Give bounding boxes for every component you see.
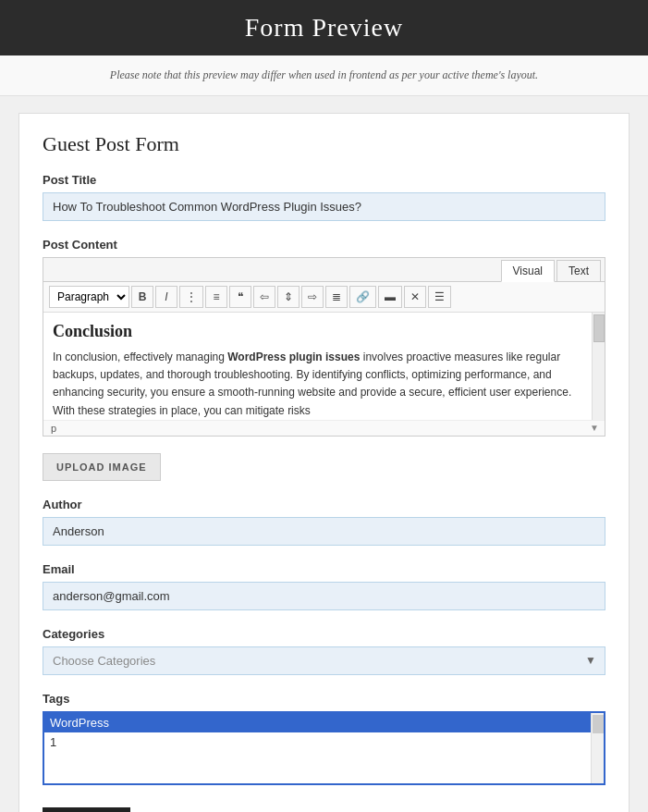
fullscreen-button[interactable]: ✕ (404, 286, 426, 308)
post-title-group: Post Title (43, 173, 605, 221)
tags-group: Tags WordPress 1 (43, 692, 605, 785)
align-justify-button[interactable]: ≣ (325, 286, 348, 308)
author-label: Author (43, 498, 605, 511)
tags-second-item: 1 (44, 732, 604, 752)
more-button[interactable]: ▬ (378, 286, 402, 308)
categories-select[interactable]: Choose Categories (43, 646, 605, 675)
editor-heading: Conclusion (53, 322, 595, 341)
kitchen-sink-button[interactable]: ☰ (428, 286, 451, 308)
categories-group: Categories Choose Categories ▼ (43, 627, 605, 675)
blockquote-button[interactable]: ❝ (229, 286, 251, 308)
tags-area[interactable]: WordPress 1 (43, 711, 605, 785)
editor-content: Conclusion In conclusion, effectively ma… (53, 322, 595, 420)
tab-visual[interactable]: Visual (501, 260, 555, 282)
author-group: Author (43, 498, 605, 546)
ordered-list-button[interactable]: ≡ (205, 286, 227, 308)
categories-wrapper: Choose Categories ▼ (43, 646, 605, 675)
page-title: Form Preview (245, 13, 403, 42)
page-header: Form Preview (0, 0, 648, 55)
post-title-input[interactable] (43, 192, 605, 221)
editor-footer-tag: p (51, 423, 56, 434)
tags-scrollbar-thumb (593, 715, 604, 733)
editor-tabs: Visual Text (43, 258, 605, 282)
editor-paragraph: In conclusion, effectively managing Word… (53, 349, 595, 420)
link-button[interactable]: 🔗 (349, 286, 376, 308)
post-content-group: Post Content Visual Text Paragraph B I ⋮… (43, 238, 605, 437)
bold-button[interactable]: B (131, 286, 153, 308)
notice-bar: Please note that this preview may differ… (0, 55, 648, 96)
editor-body[interactable]: Conclusion In conclusion, effectively ma… (43, 313, 605, 420)
tags-label: Tags (43, 692, 605, 706)
submit-button[interactable]: Submit (43, 807, 130, 812)
scroll-arrows: ▼ (590, 423, 599, 433)
tags-selected-item: WordPress (44, 713, 604, 732)
form-title: Guest Post Form (43, 132, 605, 156)
tab-text[interactable]: Text (556, 260, 601, 281)
email-label: Email (43, 562, 605, 576)
align-left-button[interactable]: ⇦ (253, 286, 275, 308)
editor-toolbar: Paragraph B I ⋮ ≡ ❝ ⇦ ⇕ ⇨ ≣ 🔗 ▬ ✕ ☰ (43, 282, 605, 313)
post-title-label: Post Title (43, 173, 605, 187)
form-container: Guest Post Form Post Title Post Content … (18, 113, 630, 812)
tags-scrollbar[interactable] (591, 713, 604, 783)
align-right-button[interactable]: ⇨ (301, 286, 324, 308)
notice-text: Please note that this preview may differ… (110, 68, 538, 81)
email-input[interactable] (43, 582, 605, 610)
editor-container: Visual Text Paragraph B I ⋮ ≡ ❝ ⇦ ⇕ ⇨ ≣ … (43, 257, 605, 437)
italic-button[interactable]: I (155, 286, 177, 308)
upload-image-button[interactable]: UPLOAD IMAGE (43, 453, 161, 481)
editor-scrollbar-thumb (593, 314, 605, 342)
unordered-list-button[interactable]: ⋮ (179, 286, 203, 308)
post-content-label: Post Content (43, 238, 605, 252)
editor-footer: p ▼ (43, 420, 605, 436)
categories-label: Categories (43, 627, 605, 641)
upload-group: UPLOAD IMAGE (43, 453, 605, 481)
format-select[interactable]: Paragraph (49, 286, 129, 308)
align-center-button[interactable]: ⇕ (277, 286, 300, 308)
author-input[interactable] (43, 517, 605, 546)
editor-scrollbar[interactable] (592, 313, 605, 420)
email-group: Email (43, 562, 605, 610)
